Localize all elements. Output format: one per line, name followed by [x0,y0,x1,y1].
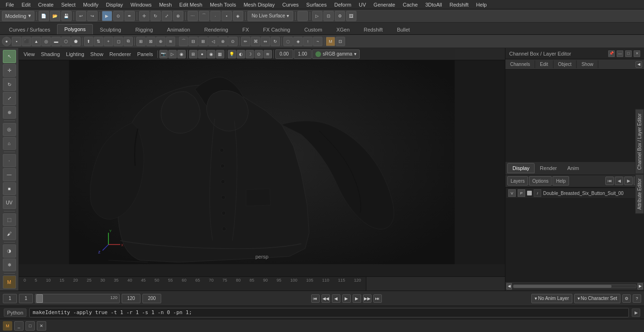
show-renders-btn[interactable]: 🖼 [346,11,356,21]
menu-select[interactable]: Select [58,1,80,8]
menu-create[interactable]: Create [34,1,58,8]
rotate-tool-btn[interactable]: ↻ [150,11,161,21]
snap-grid-btn[interactable]: ⋯ [188,11,198,21]
redo-btn[interactable]: ↪ [87,11,98,21]
snap-curve-btn[interactable]: ⌒ [199,11,209,21]
edge-btn[interactable]: — [3,168,16,181]
play-btn[interactable]: ▶ [342,294,351,303]
uv-btn[interactable]: UV [3,196,16,209]
prefs-btn[interactable]: ⚙ [622,294,631,303]
maya-logo-btn[interactable]: M [326,37,335,46]
viewport-3d[interactable]: X Y Z persp [19,48,505,264]
bridge-btn[interactable]: ⇅ [94,37,103,46]
prev-key-btn[interactable]: ◀ [332,294,340,303]
scroll-left-btn[interactable]: ◀ [506,283,512,290]
poly-plane-btn[interactable]: ▬ [51,37,61,46]
snap-poly-btn[interactable]: ◈ [233,11,243,21]
layers-next[interactable]: ▶ [624,177,633,185]
loop-cut-btn[interactable]: ⊟ [189,37,198,46]
move-mode-btn[interactable]: ✛ [3,64,16,77]
ao-btn[interactable]: ☽ [246,50,254,58]
save-scene-btn[interactable]: 💾 [61,11,72,21]
maya-logo-mini[interactable]: M [3,321,12,331]
menu-file[interactable]: File [2,1,18,8]
offset-btn[interactable]: ⊞ [198,37,208,46]
side-tab-channel-box[interactable]: Channel Box / Layer Editor [635,109,644,174]
wireframe-btn[interactable]: ⊞ [189,50,198,58]
disp-tab-render[interactable]: Render [535,163,562,173]
duplicate-btn[interactable]: ⧉ [124,37,133,46]
scale-mode-btn[interactable]: ⤢ [3,92,16,105]
scale-tool-btn[interactable]: ⤢ [162,11,172,21]
go-end-btn[interactable]: ⏭ [373,294,382,303]
poly-disk-btn[interactable]: ⬡ [61,37,71,46]
python-label[interactable]: Python [4,308,26,317]
layer-type-btn[interactable]: / [534,189,541,197]
undo-btn[interactable]: ↩ [76,11,86,21]
fill-btn[interactable]: ◻ [114,37,123,46]
motion-blur-btn[interactable]: ≋ [264,50,272,58]
vp-isolate-btn[interactable]: ◉ [177,50,186,58]
viewport-menu-shading[interactable]: Shading [38,50,63,58]
tab-fx[interactable]: FX [235,24,256,34]
scroll-right-btn[interactable]: ▶ [637,283,643,290]
layers-prev-prev[interactable]: ⏮ [605,177,614,185]
ipr-btn[interactable]: ⊡ [323,11,334,21]
current-frame-input[interactable] [19,294,33,303]
cb-tab-object[interactable]: Object [553,60,577,68]
help-btn[interactable]: ? [633,294,641,303]
universal-mode-btn[interactable]: ⊕ [3,106,16,119]
menu-edit[interactable]: Edit [18,1,34,8]
input-field-btn[interactable] [297,11,308,21]
scale-field[interactable] [294,49,312,59]
backface-btn[interactable]: ◈ [293,37,303,46]
wrap-btn[interactable]: ↻ [271,37,280,46]
crease-btn[interactable]: ~ [313,37,322,46]
next-key-btn[interactable]: ▶ [353,294,361,303]
tab-polygons[interactable]: Polygons [57,24,92,34]
tab-sculpting[interactable]: Sculpting [93,24,128,34]
playback-slider[interactable]: 120 [35,294,120,303]
shadows-btn[interactable]: ◐ [237,50,245,58]
menu-help[interactable]: Help [472,1,491,8]
next-frame-btn[interactable]: ▶▶ [363,294,372,303]
layer-visibility-btn[interactable]: V [508,189,516,197]
poly-cylinder-btn[interactable]: ⬛ [22,37,31,46]
channel-box-right-icon[interactable]: ◀ [636,61,642,68]
menu-windows[interactable]: Windows [127,1,156,8]
pin-panel-btn[interactable]: 📌 [608,50,615,57]
render-vp-btn[interactable]: ▷ [168,50,177,58]
viewport-menu-view[interactable]: View [21,50,38,58]
marquee-btn[interactable]: ⬚ [3,213,16,227]
separate-btn[interactable]: ⊠ [146,37,156,46]
rotate-mode-btn[interactable]: ↻ [3,78,16,91]
render-btn[interactable]: ▷ [312,11,322,21]
menu-display[interactable]: Display [102,1,127,8]
select-mode-btn[interactable]: ↖ [3,50,16,63]
options-menu-btn[interactable]: Options [529,176,552,186]
cb-tab-edit[interactable]: Edit [535,60,553,68]
universal-manip-btn[interactable]: ⊕ [173,11,183,21]
workspace-selector[interactable]: Modeling ▾ [2,11,34,21]
render-settings-btn[interactable]: ⚙ [335,11,345,21]
timeline-ruler[interactable]: 0 5 10 15 20 25 30 35 40 45 50 55 60 65 [19,277,366,291]
flat-shade-btn[interactable]: ◉ [207,50,215,58]
new-scene-btn[interactable]: 📄 [39,11,49,21]
maya-icon-btn[interactable]: M [3,275,16,289]
side-tab-attribute-editor[interactable]: Attribute Editor [635,174,644,214]
range-end2-input[interactable] [142,294,161,303]
tab-redshift[interactable]: Redshift [357,24,390,34]
menu-generate[interactable]: Generate [370,1,399,8]
paint-tool-btn[interactable]: ✒ [124,11,135,21]
menu-redshift[interactable]: Redshift [446,1,472,8]
python-run-btn[interactable]: ▶ [632,308,640,317]
snap-view-btn[interactable]: ▪ [222,11,232,21]
tab-animation[interactable]: Animation [160,24,197,34]
horizontal-scrollbar[interactable] [513,284,636,288]
dof-btn[interactable]: ⊙ [255,50,263,58]
maximize-panel-btn[interactable]: □ [625,50,632,57]
menu-mesh-display[interactable]: Mesh Display [240,1,279,8]
live-surface-btn[interactable]: No Live Surface ▾ [248,11,293,21]
lights-btn[interactable]: 💡 [228,50,236,58]
show-hide-btn[interactable]: ◑ [3,244,16,258]
